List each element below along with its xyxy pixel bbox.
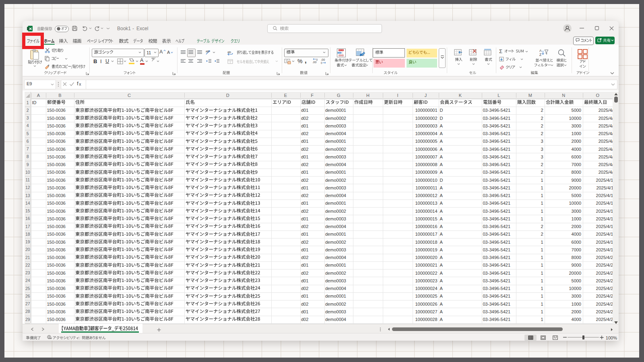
svg-text:ab: ab <box>206 49 209 53</box>
svg-text:0: 0 <box>316 58 318 61</box>
svg-text:Z: Z <box>539 53 541 57</box>
svg-text:.00: .00 <box>321 58 325 62</box>
svg-text:A: A <box>539 49 542 53</box>
svg-text:0: 0 <box>321 62 322 64</box>
svg-text:ab: ab <box>227 50 231 54</box>
